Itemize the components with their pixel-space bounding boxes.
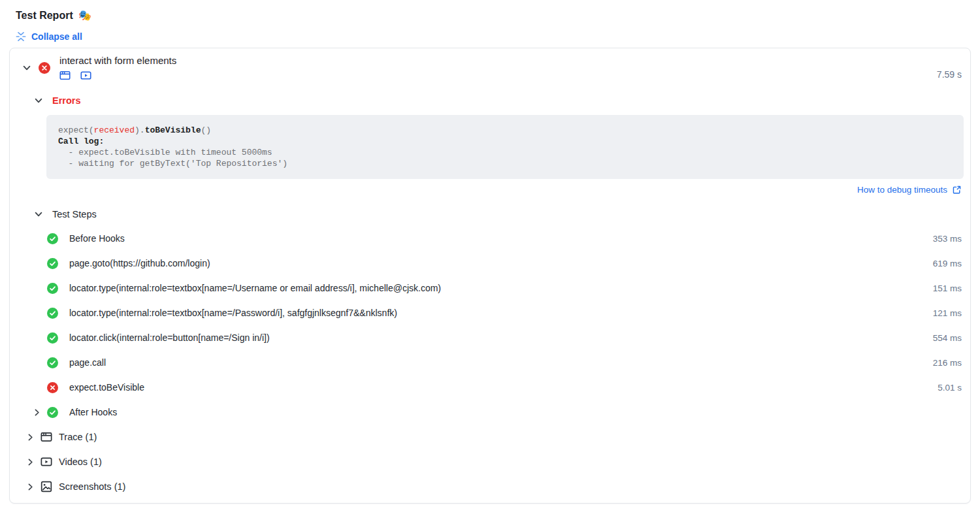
trace-icon[interactable]	[59, 70, 71, 81]
test-header-attachment-icons	[59, 70, 176, 81]
test-steps-section-label: Test Steps	[52, 209, 97, 219]
step-label: expect.toBeVisible	[69, 382, 144, 393]
attachment-section-row[interactable]: Videos (1)	[10, 449, 970, 474]
help-link-row: How to debug timeouts	[10, 185, 962, 195]
step-label: locator.click(internal:role=button[name=…	[69, 332, 270, 343]
page-title-text: Test Report	[16, 10, 73, 22]
step-pass-icon	[47, 357, 58, 368]
step-label: locator.type(internal:role=textbox[name=…	[69, 283, 441, 293]
step-label: Before Hooks	[69, 233, 125, 244]
test-step-row[interactable]: After Hooks	[10, 400, 970, 425]
step-label: page.goto(https://github.com/login)	[69, 258, 210, 268]
step-pass-icon	[47, 283, 58, 294]
debug-timeouts-link-label: How to debug timeouts	[857, 185, 947, 195]
errors-section-label: Errors	[52, 95, 81, 106]
step-pass-icon	[47, 332, 58, 344]
external-link-icon	[952, 185, 962, 195]
step-pass-icon	[47, 308, 58, 319]
step-label: locator.type(internal:role=textbox[name=…	[69, 308, 397, 318]
test-step-row[interactable]: page.goto(https://github.com/login) 619 …	[10, 251, 970, 276]
test-result-card: interact with form elements 7.59 s Error…	[9, 48, 971, 504]
step-pass-icon	[47, 258, 58, 269]
step-duration: 5.01 s	[938, 383, 962, 393]
attachment-label: Screenshots (1)	[59, 481, 125, 492]
test-steps-list: Before Hooks 353 ms page.goto(https://gi…	[10, 226, 970, 425]
test-duration: 7.59 s	[937, 69, 962, 81]
attachment-label: Videos (1)	[59, 457, 102, 467]
chevron-right-icon	[25, 457, 35, 467]
test-expand-chevron-down-icon[interactable]	[19, 60, 35, 76]
step-duration: 121 ms	[933, 308, 962, 318]
step-duration: 151 ms	[933, 283, 962, 293]
test-step-row[interactable]: page.call 216 ms	[10, 350, 970, 375]
errors-section-header[interactable]: Errors	[10, 95, 81, 106]
attachment-section-row[interactable]: Trace (1)	[10, 425, 970, 449]
step-pass-icon	[47, 233, 58, 244]
step-label: page.call	[69, 357, 106, 368]
error-code-block: expect(received).toBeVisible()Call log: …	[46, 115, 964, 179]
test-steps-section-header[interactable]: Test Steps	[10, 209, 97, 219]
screenshot-icon	[41, 481, 52, 492]
chevron-right-icon	[25, 482, 35, 492]
step-fail-icon	[47, 382, 58, 393]
collapse-all-icon	[16, 31, 26, 42]
test-step-row[interactable]: locator.type(internal:role=textbox[name=…	[10, 300, 970, 325]
chevron-down-icon	[33, 209, 44, 219]
collapse-all-button[interactable]: Collapse all	[16, 31, 82, 42]
step-duration: 216 ms	[933, 358, 962, 368]
trace-icon	[41, 431, 52, 443]
test-step-row[interactable]: locator.click(internal:role=button[name=…	[10, 325, 970, 350]
debug-timeouts-link[interactable]: How to debug timeouts	[857, 185, 962, 195]
playwright-masks-emoji: 🎭	[78, 9, 91, 22]
test-header-row[interactable]: interact with form elements 7.59 s	[10, 48, 970, 81]
test-step-row[interactable]: expect.toBeVisible 5.01 s	[10, 375, 970, 400]
step-pass-icon	[47, 407, 58, 418]
chevron-right-icon	[25, 432, 35, 442]
step-duration: 554 ms	[933, 333, 962, 343]
video-icon	[41, 456, 52, 468]
video-icon[interactable]	[80, 70, 91, 81]
step-chevron-right-icon[interactable]	[31, 407, 42, 417]
attachment-label: Trace (1)	[59, 432, 97, 442]
step-label: After Hooks	[69, 407, 117, 417]
collapse-all-label: Collapse all	[31, 31, 82, 42]
step-duration: 353 ms	[933, 234, 962, 244]
test-step-row[interactable]: locator.type(internal:role=textbox[name=…	[10, 276, 970, 300]
test-step-row[interactable]: Before Hooks 353 ms	[10, 226, 970, 251]
page-title: Test Report 🎭	[16, 9, 980, 22]
attachment-section-row[interactable]: Screenshots (1)	[10, 474, 970, 499]
attachments-list: Trace (1) Videos (1) Screenshots (1)	[10, 425, 970, 499]
test-failed-status-icon	[39, 62, 50, 74]
step-duration: 619 ms	[933, 259, 962, 268]
chevron-down-icon	[33, 95, 44, 106]
test-title: interact with form elements	[59, 54, 176, 67]
